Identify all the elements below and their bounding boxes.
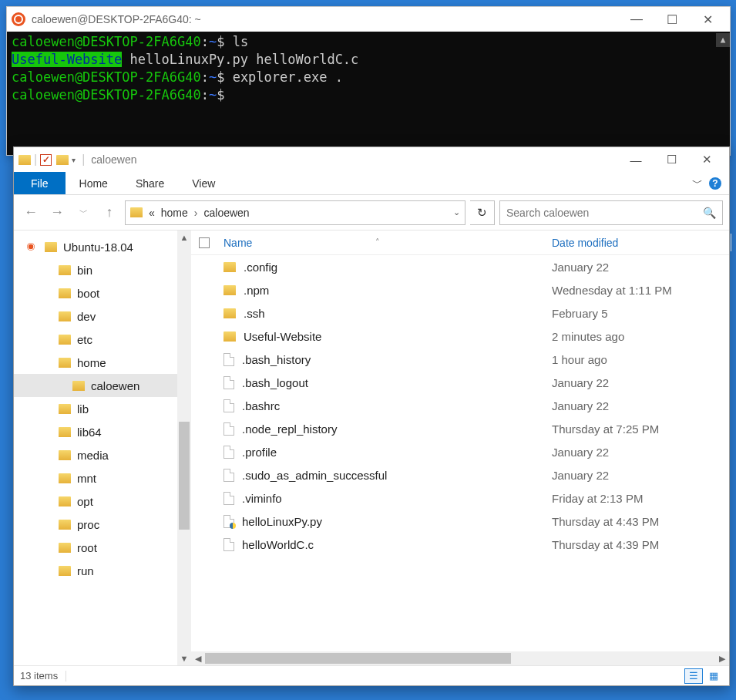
file-name: .profile xyxy=(242,446,277,459)
folder-icon xyxy=(59,311,71,321)
view-details-button[interactable]: ☰ xyxy=(684,668,703,684)
file-icon xyxy=(223,353,234,366)
file-row[interactable]: helloLinuxPy.pyThursday at 4:43 PM xyxy=(191,510,729,533)
terminal-title: caloewen@DESKTOP-2FA6G40: ~ xyxy=(32,13,619,25)
qat-dropdown-icon[interactable]: ▾ xyxy=(72,156,76,164)
folder-icon xyxy=(59,404,71,414)
minimize-button[interactable]: ― xyxy=(618,149,654,170)
file-row[interactable]: Useful-Website2 minutes ago xyxy=(191,325,729,348)
scroll-thumb[interactable] xyxy=(179,422,190,530)
scroll-left-icon[interactable]: ◀ xyxy=(191,654,205,664)
tree-item-mnt[interactable]: mnt xyxy=(14,466,177,490)
file-name: .bash_history xyxy=(242,353,311,366)
tree-item-opt[interactable]: opt xyxy=(14,490,177,513)
tree-item-root[interactable]: root xyxy=(14,536,177,559)
file-date: January 22 xyxy=(552,469,729,482)
tree-item-label: lib xyxy=(77,402,89,416)
scroll-thumb[interactable] xyxy=(205,653,511,664)
column-header-date[interactable]: Date modified xyxy=(552,237,729,249)
maximize-button[interactable]: ☐ xyxy=(654,149,689,170)
file-row[interactable]: .bash_history1 hour ago xyxy=(191,348,729,371)
file-icon xyxy=(223,422,234,436)
file-icon xyxy=(223,446,234,459)
ls-output-selected: Useful-Website xyxy=(12,52,122,67)
file-row[interactable]: .sshFebruary 5 xyxy=(191,301,729,325)
file-name: .bash_logout xyxy=(242,376,308,389)
file-row[interactable]: .node_repl_historyThursday at 7:25 PM xyxy=(191,417,729,440)
ubuntu-icon xyxy=(28,244,35,251)
ribbon-tab-file[interactable]: File xyxy=(14,172,66,194)
search-icon: 🔍 xyxy=(703,207,716,219)
file-date: February 5 xyxy=(552,307,729,320)
nav-history-dropdown[interactable]: ﹀ xyxy=(72,207,94,218)
file-row[interactable]: .bash_logoutJanuary 22 xyxy=(191,371,729,394)
chevron-right-icon[interactable]: › xyxy=(194,207,198,219)
file-name: helloLinuxPy.py xyxy=(242,515,322,528)
nav-up-button[interactable]: ↑ xyxy=(99,204,120,220)
view-thumbnails-button[interactable]: ▦ xyxy=(704,668,723,684)
file-row[interactable]: .sudo_as_admin_successfulJanuary 22 xyxy=(191,463,729,486)
tree-item-media[interactable]: media xyxy=(14,443,177,466)
scroll-down-icon[interactable]: ▼ xyxy=(177,651,191,665)
folder-icon xyxy=(72,381,85,391)
tree-item-label: opt xyxy=(77,495,93,508)
file-row[interactable]: .bashrcJanuary 22 xyxy=(191,394,729,417)
address-dropdown-icon[interactable]: ⌄ xyxy=(453,207,460,217)
breadcrumb-segment[interactable]: home xyxy=(161,207,188,219)
status-bar: 13 items ☰ ▦ xyxy=(14,665,729,685)
column-header-name[interactable]: Name xyxy=(223,237,252,249)
terminal-scroll-up-icon[interactable]: ▲ xyxy=(716,33,730,47)
tree-item-lib[interactable]: lib xyxy=(14,397,177,420)
terminal-body[interactable]: ▲ caloewen@DESKTOP-2FA6G40:~$ ls Useful-… xyxy=(7,32,730,155)
ribbon-collapse-icon[interactable]: ﹀ xyxy=(692,177,703,190)
refresh-button[interactable]: ↻ xyxy=(470,200,495,225)
maximize-button[interactable]: ☐ xyxy=(654,8,690,30)
file-icon xyxy=(223,538,234,551)
folder-icon xyxy=(223,262,236,272)
tree-item-ubuntu-18-04[interactable]: Ubuntu-18.04 xyxy=(14,235,177,258)
terminal-titlebar[interactable]: caloewen@DESKTOP-2FA6G40: ~ ― ☐ ✕ xyxy=(7,7,730,32)
file-date: 1 hour ago xyxy=(552,353,729,366)
horizontal-scrollbar[interactable]: ◀ ▶ xyxy=(191,651,729,665)
select-all-checkbox[interactable] xyxy=(199,237,210,248)
file-row[interactable]: .npmWednesday at 1:11 PM xyxy=(191,278,729,301)
file-row[interactable]: .profileJanuary 22 xyxy=(191,440,729,463)
minimize-button[interactable]: ― xyxy=(619,8,654,30)
file-date: Thursday at 7:25 PM xyxy=(552,422,729,436)
tree-item-boot[interactable]: boot xyxy=(14,281,177,305)
nav-forward-button[interactable]: → xyxy=(46,204,68,220)
close-button[interactable]: ✕ xyxy=(689,149,724,170)
folder-icon xyxy=(59,288,71,298)
ribbon-tab-home[interactable]: Home xyxy=(66,172,122,194)
file-row[interactable]: .configJanuary 22 xyxy=(191,255,729,278)
tree-item-bin[interactable]: bin xyxy=(14,258,177,281)
nav-pane-scrollbar[interactable]: ▲ ▼ xyxy=(177,231,191,665)
folder-icon xyxy=(59,473,71,483)
scroll-right-icon[interactable]: ▶ xyxy=(715,654,729,664)
search-input[interactable]: Search caloewen 🔍 xyxy=(499,200,723,225)
folder-icon xyxy=(223,308,236,318)
ribbon-tab-view[interactable]: View xyxy=(178,172,229,194)
scroll-up-icon[interactable]: ▲ xyxy=(177,231,191,244)
ribbon-tab-share[interactable]: Share xyxy=(122,172,178,194)
file-row[interactable]: helloWorldC.cThursday at 4:39 PM xyxy=(191,533,729,556)
folder-icon xyxy=(130,207,143,217)
nav-back-button[interactable]: ← xyxy=(20,204,42,220)
tree-item-lib64[interactable]: lib64 xyxy=(14,420,177,443)
tree-item-run[interactable]: run xyxy=(14,559,177,582)
tree-item-label: boot xyxy=(77,287,99,300)
qat-check-icon[interactable]: ✓ xyxy=(40,154,52,166)
explorer-titlebar[interactable]: | ✓ ▾ | caloewen ― ☐ ✕ xyxy=(14,147,729,172)
tree-item-proc[interactable]: proc xyxy=(14,513,177,536)
tree-item-caloewen[interactable]: caloewen xyxy=(14,374,177,397)
close-button[interactable]: ✕ xyxy=(690,8,725,30)
folder-icon xyxy=(59,427,71,437)
address-bar[interactable]: « home › caloewen ⌄ xyxy=(125,200,465,225)
tree-item-dev[interactable]: dev xyxy=(14,305,177,328)
help-icon[interactable]: ? xyxy=(709,177,721,190)
tree-item-home[interactable]: home xyxy=(14,351,177,374)
breadcrumb-segment[interactable]: caloewen xyxy=(204,207,250,219)
file-name: .npm xyxy=(244,284,269,297)
tree-item-etc[interactable]: etc xyxy=(14,328,177,351)
file-row[interactable]: .viminfoFriday at 2:13 PM xyxy=(191,486,729,510)
